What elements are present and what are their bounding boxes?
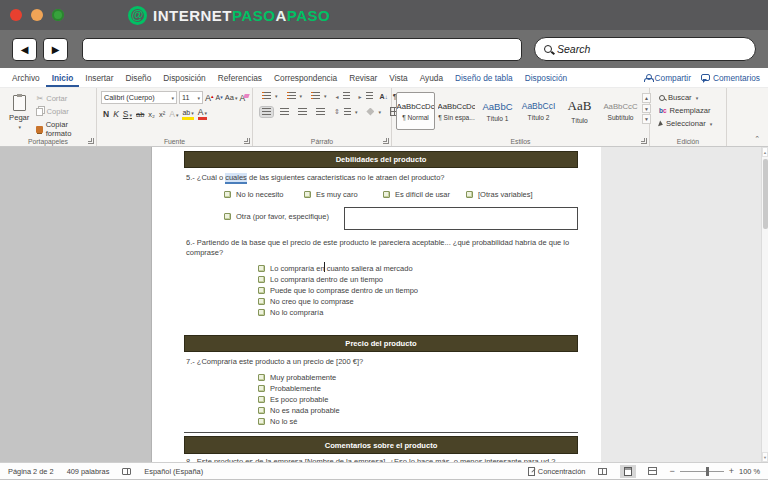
scroll-up-arrow[interactable]: ▲ [762, 147, 768, 157]
checkbox-icon[interactable] [258, 407, 265, 414]
checkbox-icon[interactable] [304, 191, 311, 198]
window-maximize-button[interactable] [52, 9, 64, 21]
q5-other-row[interactable]: Otra (por favor, especifique) [224, 212, 329, 221]
replace-button[interactable]: b Reemplazar [657, 105, 722, 116]
zoom-slider-thumb[interactable] [706, 467, 709, 476]
increase-indent-button[interactable] [357, 91, 375, 101]
font-family-dropdown[interactable]: Calibri (Cuerpo) [101, 91, 177, 104]
line-spacing-button[interactable] [332, 107, 359, 117]
bullets-button[interactable] [260, 91, 280, 101]
zoom-in-button[interactable]: + [729, 466, 734, 476]
highlight-color-button[interactable]: ab [182, 109, 193, 120]
font-size-dropdown[interactable]: 11 [179, 91, 203, 104]
checkbox-icon[interactable] [466, 191, 473, 198]
tab-revisar[interactable]: Revisar [343, 68, 383, 87]
italic-button[interactable]: K [113, 109, 119, 119]
comments-button[interactable]: Comentarios [701, 73, 760, 83]
scrollbar-thumb[interactable] [763, 159, 768, 229]
q7-option-row[interactable]: Muy probablemente [258, 373, 336, 382]
q7-option-row[interactable]: No lo sé [258, 417, 298, 426]
proofing-status-icon[interactable] [122, 468, 131, 475]
style-titulo[interactable]: AaB Título [560, 92, 599, 130]
q6-option-row[interactable]: Puede que lo comprase dentro de un tiemp… [258, 286, 418, 295]
back-button[interactable]: ◀ [12, 38, 37, 61]
scroll-down-arrow[interactable]: ▼ [762, 452, 768, 462]
q7-option-row[interactable]: Probablemente [258, 384, 321, 393]
decrease-indent-button[interactable] [334, 91, 352, 101]
collapse-ribbon-button[interactable]: ⌃ [754, 135, 760, 143]
window-close-button[interactable] [10, 9, 22, 21]
zoom-level[interactable]: 100 % [739, 467, 760, 476]
q7-option-row[interactable]: No es nada probable [258, 406, 340, 415]
change-case-button[interactable]: Aa [225, 93, 238, 102]
justify-button[interactable] [314, 107, 327, 117]
find-button[interactable]: Buscar [657, 92, 722, 103]
tab-archivo[interactable]: Archivo [6, 68, 46, 87]
bold-button[interactable]: N [103, 109, 109, 119]
checkbox-icon[interactable] [258, 396, 265, 403]
document-page[interactable]: Debilidades del producto 5.- ¿Cuál o cua… [151, 147, 601, 462]
q5-option-row[interactable]: Es muy caro [304, 190, 358, 199]
checkbox-icon[interactable] [258, 374, 265, 381]
align-center-button[interactable] [278, 107, 291, 117]
clear-formatting-button[interactable]: A [239, 93, 245, 103]
q5-option-row[interactable]: No lo necesito [224, 190, 284, 199]
numbering-button[interactable] [285, 91, 305, 101]
align-left-button[interactable] [260, 107, 273, 117]
style-titulo-2[interactable]: AaBbCcI Título 2 [519, 92, 558, 130]
paste-button[interactable]: Pegar [4, 91, 34, 134]
clipboard-dialog-launcher[interactable] [88, 138, 94, 144]
read-mode-button[interactable] [595, 465, 611, 478]
checkbox-icon[interactable] [258, 298, 265, 305]
tab-correspondencia[interactable]: Correspondencia [268, 68, 343, 87]
address-bar-input[interactable] [82, 38, 522, 61]
style-normal[interactable]: AaBbCcDc ¶ Normal [396, 92, 435, 130]
checkbox-icon[interactable] [258, 276, 265, 283]
checkbox-icon[interactable] [258, 265, 265, 272]
q7-option-row[interactable]: Es poco probable [258, 395, 328, 404]
multilevel-list-button[interactable] [309, 91, 329, 101]
format-painter-button[interactable]: Copiar formato [34, 119, 92, 139]
select-button[interactable]: Seleccionar [657, 118, 722, 129]
forward-button[interactable]: ▶ [43, 38, 68, 61]
superscript-button[interactable]: x² [159, 110, 165, 119]
style-sin-espaciado[interactable]: AaBbCcDc ¶ Sin espa... [437, 92, 476, 130]
font-color-button[interactable]: A [198, 108, 207, 120]
style-titulo-1[interactable]: AaBbC Título 1 [478, 92, 517, 130]
tab-insertar[interactable]: Insertar [79, 68, 119, 87]
tab-disposicion-tabla[interactable]: Disposición [519, 68, 573, 87]
style-subtitulo[interactable]: AaBbCcC Subtítulo [601, 92, 640, 130]
share-button[interactable]: Compartir [644, 73, 691, 83]
q6-option-row[interactable]: No creo que lo comprase [258, 297, 354, 306]
tab-referencias[interactable]: Referencias [212, 68, 268, 87]
font-dialog-launcher[interactable] [244, 138, 250, 144]
page-indicator[interactable]: Página 2 de 2 [8, 467, 54, 476]
q6-option-row[interactable]: Lo compraría dentro de un tiempo [258, 275, 383, 284]
q6-option-row[interactable]: No lo compraría [258, 308, 323, 317]
checkbox-icon[interactable] [258, 287, 265, 294]
q5-other-text-input[interactable] [344, 207, 578, 230]
shading-button[interactable] [364, 107, 383, 117]
tab-diseno-de-tabla[interactable]: Diseño de tabla [449, 68, 519, 87]
web-layout-button[interactable] [645, 465, 661, 478]
cut-button[interactable]: ✂ Cortar [34, 93, 92, 104]
paragraph-dialog-launcher[interactable] [383, 138, 389, 144]
checkbox-icon[interactable] [258, 418, 265, 425]
grow-font-button[interactable]: A [205, 93, 214, 103]
search-box[interactable]: Search [534, 37, 756, 61]
checkbox-icon[interactable] [224, 213, 231, 220]
checkbox-icon[interactable] [224, 191, 231, 198]
tab-ayuda[interactable]: Ayuda [414, 68, 449, 87]
styles-dialog-launcher[interactable] [641, 138, 647, 144]
q5-option-row[interactable]: [Otras variables] [466, 190, 533, 199]
shrink-font-button[interactable]: A [216, 94, 223, 101]
vertical-scrollbar[interactable]: ▲ ▼ [761, 147, 768, 462]
print-layout-button[interactable] [620, 465, 636, 478]
word-count[interactable]: 409 palabras [67, 467, 110, 476]
underline-button[interactable]: S [123, 109, 132, 119]
checkbox-icon[interactable] [383, 191, 390, 198]
checkbox-icon[interactable] [258, 309, 265, 316]
zoom-slider[interactable] [680, 471, 724, 472]
text-effects-button[interactable]: A [169, 109, 178, 119]
tab-inicio[interactable]: Inicio [46, 68, 80, 87]
